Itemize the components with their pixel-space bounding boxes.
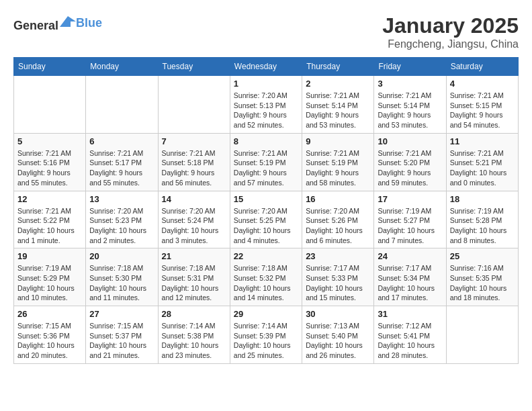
cell-day-number: 1 bbox=[234, 79, 298, 89]
cell-info: Sunrise: 7:12 AM Sunset: 5:41 PM Dayligh… bbox=[378, 321, 442, 361]
cell-info: Sunrise: 7:19 AM Sunset: 5:29 PM Dayligh… bbox=[17, 263, 82, 303]
title-block: January 2025 Fengcheng, Jiangsu, China bbox=[382, 13, 519, 50]
cell-day-number: 26 bbox=[17, 309, 82, 319]
cell-day-number: 8 bbox=[234, 136, 298, 146]
weekday-header-friday: Friday bbox=[374, 58, 446, 76]
calendar-cell: 22Sunrise: 7:18 AM Sunset: 5:32 PM Dayli… bbox=[230, 248, 302, 306]
cell-info: Sunrise: 7:21 AM Sunset: 5:14 PM Dayligh… bbox=[378, 91, 442, 130]
calendar-cell: 27Sunrise: 7:15 AM Sunset: 5:37 PM Dayli… bbox=[86, 306, 158, 364]
cell-info: Sunrise: 7:18 AM Sunset: 5:31 PM Dayligh… bbox=[162, 263, 226, 303]
calendar-cell: 7Sunrise: 7:21 AM Sunset: 5:18 PM Daylig… bbox=[158, 133, 230, 191]
calendar-cell: 14Sunrise: 7:20 AM Sunset: 5:24 PM Dayli… bbox=[158, 191, 230, 248]
page-header: General Blue January 2025 Fengcheng, Jia… bbox=[13, 13, 519, 50]
cell-day-number: 15 bbox=[234, 194, 298, 204]
logo-blue: Blue bbox=[76, 16, 102, 30]
cell-info: Sunrise: 7:21 AM Sunset: 5:18 PM Dayligh… bbox=[162, 148, 226, 188]
calendar-cell: 26Sunrise: 7:15 AM Sunset: 5:36 PM Dayli… bbox=[14, 306, 86, 364]
cell-info: Sunrise: 7:21 AM Sunset: 5:15 PM Dayligh… bbox=[450, 91, 515, 130]
calendar-cell: 9Sunrise: 7:21 AM Sunset: 5:19 PM Daylig… bbox=[302, 133, 374, 191]
cell-info: Sunrise: 7:20 AM Sunset: 5:13 PM Dayligh… bbox=[234, 91, 298, 130]
cell-day-number: 19 bbox=[17, 251, 82, 261]
calendar-cell: 21Sunrise: 7:18 AM Sunset: 5:31 PM Dayli… bbox=[158, 248, 230, 306]
cell-info: Sunrise: 7:21 AM Sunset: 5:17 PM Dayligh… bbox=[89, 148, 154, 188]
location: Fengcheng, Jiangsu, China bbox=[382, 38, 519, 50]
cell-info: Sunrise: 7:20 AM Sunset: 5:23 PM Dayligh… bbox=[89, 206, 154, 246]
cell-day-number: 27 bbox=[89, 309, 154, 319]
cell-info: Sunrise: 7:21 AM Sunset: 5:21 PM Dayligh… bbox=[450, 148, 515, 188]
cell-day-number: 29 bbox=[234, 309, 298, 319]
cell-day-number: 13 bbox=[89, 194, 154, 204]
cell-day-number: 21 bbox=[162, 251, 226, 261]
calendar-cell: 8Sunrise: 7:21 AM Sunset: 5:19 PM Daylig… bbox=[230, 133, 302, 191]
calendar-cell bbox=[14, 76, 86, 134]
calendar-cell: 13Sunrise: 7:20 AM Sunset: 5:23 PM Dayli… bbox=[86, 191, 158, 248]
cell-info: Sunrise: 7:15 AM Sunset: 5:37 PM Dayligh… bbox=[89, 321, 154, 361]
weekday-header-saturday: Saturday bbox=[446, 58, 518, 76]
calendar-cell: 20Sunrise: 7:18 AM Sunset: 5:30 PM Dayli… bbox=[86, 248, 158, 306]
calendar-cell bbox=[446, 306, 518, 364]
calendar-cell: 12Sunrise: 7:21 AM Sunset: 5:22 PM Dayli… bbox=[14, 191, 86, 248]
month-title: January 2025 bbox=[382, 13, 519, 38]
cell-info: Sunrise: 7:21 AM Sunset: 5:19 PM Dayligh… bbox=[234, 148, 298, 188]
calendar-cell: 11Sunrise: 7:21 AM Sunset: 5:21 PM Dayli… bbox=[446, 133, 518, 191]
calendar-header: SundayMondayTuesdayWednesdayThursdayFrid… bbox=[14, 58, 519, 76]
logo-general: General bbox=[13, 19, 58, 32]
calendar-cell: 23Sunrise: 7:17 AM Sunset: 5:33 PM Dayli… bbox=[302, 248, 374, 306]
calendar-cell bbox=[158, 76, 230, 134]
cell-day-number: 22 bbox=[234, 251, 298, 261]
cell-day-number: 25 bbox=[450, 251, 515, 261]
cell-day-number: 9 bbox=[306, 136, 370, 146]
calendar-cell: 16Sunrise: 7:20 AM Sunset: 5:26 PM Dayli… bbox=[302, 191, 374, 248]
weekday-header-sunday: Sunday bbox=[14, 58, 86, 76]
cell-day-number: 17 bbox=[378, 194, 442, 204]
calendar-cell bbox=[86, 76, 158, 134]
cell-info: Sunrise: 7:20 AM Sunset: 5:26 PM Dayligh… bbox=[306, 206, 370, 246]
cell-day-number: 23 bbox=[306, 251, 370, 261]
calendar-cell: 19Sunrise: 7:19 AM Sunset: 5:29 PM Dayli… bbox=[14, 248, 86, 306]
cell-day-number: 2 bbox=[306, 79, 370, 89]
calendar-cell: 1Sunrise: 7:20 AM Sunset: 5:13 PM Daylig… bbox=[230, 76, 302, 134]
calendar-cell: 2Sunrise: 7:21 AM Sunset: 5:14 PM Daylig… bbox=[302, 76, 374, 134]
calendar-cell: 18Sunrise: 7:19 AM Sunset: 5:28 PM Dayli… bbox=[446, 191, 518, 248]
cell-day-number: 10 bbox=[378, 136, 442, 146]
cell-day-number: 18 bbox=[450, 194, 515, 204]
calendar-cell: 28Sunrise: 7:14 AM Sunset: 5:38 PM Dayli… bbox=[158, 306, 230, 364]
weekday-header-tuesday: Tuesday bbox=[158, 58, 230, 76]
cell-day-number: 28 bbox=[162, 309, 226, 319]
calendar-cell: 4Sunrise: 7:21 AM Sunset: 5:15 PM Daylig… bbox=[446, 76, 518, 134]
cell-info: Sunrise: 7:21 AM Sunset: 5:20 PM Dayligh… bbox=[378, 148, 442, 188]
calendar-cell: 25Sunrise: 7:16 AM Sunset: 5:35 PM Dayli… bbox=[446, 248, 518, 306]
calendar-cell: 5Sunrise: 7:21 AM Sunset: 5:16 PM Daylig… bbox=[14, 133, 86, 191]
cell-info: Sunrise: 7:21 AM Sunset: 5:22 PM Dayligh… bbox=[17, 206, 82, 246]
logo: General Blue bbox=[13, 13, 102, 33]
cell-day-number: 31 bbox=[378, 309, 442, 319]
calendar-cell: 31Sunrise: 7:12 AM Sunset: 5:41 PM Dayli… bbox=[374, 306, 446, 364]
calendar-cell: 10Sunrise: 7:21 AM Sunset: 5:20 PM Dayli… bbox=[374, 133, 446, 191]
cell-info: Sunrise: 7:17 AM Sunset: 5:34 PM Dayligh… bbox=[378, 263, 442, 303]
calendar-cell: 29Sunrise: 7:14 AM Sunset: 5:39 PM Dayli… bbox=[230, 306, 302, 364]
cell-info: Sunrise: 7:21 AM Sunset: 5:16 PM Dayligh… bbox=[17, 148, 82, 188]
cell-info: Sunrise: 7:17 AM Sunset: 5:33 PM Dayligh… bbox=[306, 263, 370, 303]
weekday-header-wednesday: Wednesday bbox=[230, 58, 302, 76]
calendar-table: SundayMondayTuesdayWednesdayThursdayFrid… bbox=[13, 57, 519, 364]
cell-day-number: 16 bbox=[306, 194, 370, 204]
cell-info: Sunrise: 7:21 AM Sunset: 5:14 PM Dayligh… bbox=[306, 91, 370, 130]
cell-info: Sunrise: 7:20 AM Sunset: 5:24 PM Dayligh… bbox=[162, 206, 226, 246]
cell-day-number: 6 bbox=[89, 136, 154, 146]
cell-day-number: 20 bbox=[89, 251, 154, 261]
cell-info: Sunrise: 7:18 AM Sunset: 5:30 PM Dayligh… bbox=[89, 263, 154, 303]
cell-day-number: 14 bbox=[162, 194, 226, 204]
calendar-cell: 6Sunrise: 7:21 AM Sunset: 5:17 PM Daylig… bbox=[86, 133, 158, 191]
cell-info: Sunrise: 7:18 AM Sunset: 5:32 PM Dayligh… bbox=[234, 263, 298, 303]
cell-info: Sunrise: 7:16 AM Sunset: 5:35 PM Dayligh… bbox=[450, 263, 515, 303]
cell-day-number: 3 bbox=[378, 79, 442, 89]
cell-day-number: 12 bbox=[17, 194, 82, 204]
cell-info: Sunrise: 7:15 AM Sunset: 5:36 PM Dayligh… bbox=[17, 321, 82, 361]
cell-info: Sunrise: 7:14 AM Sunset: 5:38 PM Dayligh… bbox=[162, 321, 226, 361]
logo-icon bbox=[60, 13, 76, 30]
cell-info: Sunrise: 7:13 AM Sunset: 5:40 PM Dayligh… bbox=[306, 321, 370, 361]
weekday-header-thursday: Thursday bbox=[302, 58, 374, 76]
calendar-cell: 30Sunrise: 7:13 AM Sunset: 5:40 PM Dayli… bbox=[302, 306, 374, 364]
cell-day-number: 30 bbox=[306, 309, 370, 319]
cell-day-number: 5 bbox=[17, 136, 82, 146]
